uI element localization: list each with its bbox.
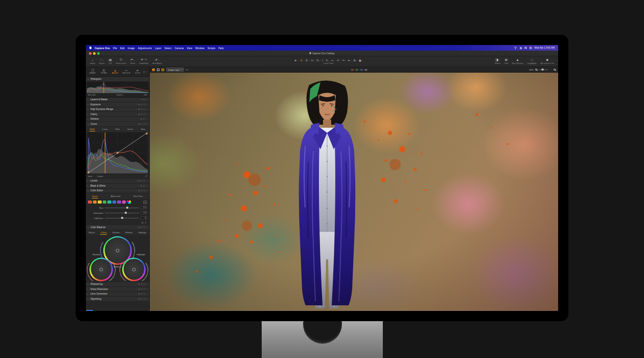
- reset-button[interactable]: ↶ ˅ Reset: [130, 58, 135, 64]
- pan-tool[interactable]: ✛˅: [300, 59, 304, 62]
- ce-tab-skin-tone[interactable]: Skin Tone: [133, 194, 143, 198]
- more-icon[interactable]: ⋯: [146, 189, 148, 192]
- swatch-aqua[interactable]: [107, 200, 111, 204]
- curve-tab-blue[interactable]: Blue: [141, 127, 146, 131]
- reset-icon[interactable]: ↶: [141, 283, 143, 285]
- presets-icon[interactable]: ≡: [144, 103, 145, 105]
- brush-icon[interactable]: ✎: [139, 293, 140, 295]
- tab-retouch[interactable]: ✏RETOUCH: [121, 69, 132, 75]
- pen-icon[interactable]: ∕: [137, 103, 137, 105]
- zoom-level[interactable]: 46%: [529, 69, 534, 71]
- curve-editor[interactable]: [87, 132, 148, 173]
- more-icon[interactable]: ⋯: [146, 103, 148, 106]
- cb-tab-master[interactable]: Master: [88, 231, 96, 234]
- brush-icon[interactable]: ✎: [139, 189, 140, 192]
- import-button[interactable]: ↓ Import: [90, 58, 95, 64]
- ce-tab-basic[interactable]: Basic: [92, 194, 98, 198]
- brush-icon[interactable]: ✎: [141, 185, 142, 187]
- siri-icon[interactable]: [530, 47, 532, 49]
- pen-icon[interactable]: ∕: [137, 108, 137, 110]
- swatch-green[interactable]: [103, 200, 107, 204]
- presets-icon[interactable]: ≡: [144, 226, 145, 228]
- magic-brush-tool[interactable]: ✏˅: [331, 59, 335, 62]
- panel-color-balance[interactable]: ⌄ Color Balance ✎ ↶ ≡ ⋯: [86, 225, 149, 230]
- presets-icon[interactable]: ≡: [144, 113, 145, 115]
- swatch-blue[interactable]: [112, 200, 117, 204]
- menu-layer[interactable]: Layer: [155, 47, 162, 50]
- more-icon[interactable]: ⋯: [146, 226, 148, 229]
- layer-empty-icon[interactable]: [157, 69, 159, 71]
- spot-removal-tool[interactable]: ◉˅: [359, 59, 362, 62]
- more-icon[interactable]: ⋯: [146, 293, 148, 295]
- presets-icon[interactable]: ≡: [144, 108, 145, 110]
- panel-levels[interactable]: › Levels ∕ ✎ ↶ ≡ ⋯: [86, 179, 149, 184]
- more-icon[interactable]: ⋯: [146, 283, 148, 285]
- swatch-red[interactable]: [88, 200, 92, 204]
- zoom-in-icon[interactable]: [554, 69, 556, 71]
- view-selected-icon[interactable]: ⊞: [142, 221, 144, 224]
- photo-canvas[interactable]: [150, 73, 558, 311]
- more-icon[interactable]: ⋯: [146, 180, 148, 182]
- hue-slider[interactable]: [105, 208, 139, 208]
- select-tool[interactable]: ➤˅: [294, 59, 298, 62]
- cull-button[interactable]: ▤ Cull: [109, 58, 112, 64]
- saturation-value[interactable]: 2.3: [141, 211, 147, 214]
- layer-select-dropdown[interactable]: Image Layer ⇅: [166, 68, 184, 72]
- more-icon[interactable]: ⋯: [146, 108, 148, 110]
- swatch-orange[interactable]: [93, 200, 97, 204]
- tab-style[interactable]: ✒STYLE: [132, 69, 143, 75]
- more-icon[interactable]: ⋯: [146, 288, 148, 290]
- menu-view[interactable]: View: [187, 47, 192, 50]
- shadow-color-wheel[interactable]: [89, 258, 113, 281]
- auto-adjust-button[interactable]: ✐ ˅ Auto Adjust: [153, 58, 162, 64]
- menu-select[interactable]: Select: [165, 47, 172, 50]
- draw-mask-tool[interactable]: ✎˅: [326, 59, 329, 62]
- clone-tool[interactable]: ⊘˅: [353, 59, 357, 62]
- presets-icon[interactable]: ≡: [144, 283, 145, 285]
- erase-mask-tool[interactable]: ✐˅: [337, 59, 340, 62]
- tab-menu-icon[interactable]: ⋮: [146, 71, 149, 73]
- more-icon[interactable]: ⋯: [146, 118, 148, 120]
- lightness-slider[interactable]: [105, 218, 139, 218]
- swatch-purple[interactable]: [117, 200, 121, 204]
- reset-icon[interactable]: ↶: [143, 185, 145, 187]
- swatch-yellow[interactable]: [98, 200, 102, 204]
- reset-icon[interactable]: ↶: [141, 189, 143, 192]
- panel-clarity[interactable]: › Clarity ✎ ↶ ≡ ⋯: [86, 112, 149, 117]
- brush-icon[interactable]: ✎: [141, 118, 142, 120]
- undo-redo-button[interactable]: ↶ ↷ Undo/Redo: [139, 58, 148, 64]
- reset-icon[interactable]: ↶: [141, 226, 143, 229]
- close-window-button[interactable]: [89, 52, 91, 55]
- brush-icon[interactable]: ✎: [139, 298, 140, 300]
- menubar-clock[interactable]: Wed Apr 1 9:41 AM: [535, 47, 555, 49]
- presets-icon[interactable]: ≡: [144, 298, 145, 300]
- reset-icon[interactable]: ↶: [141, 103, 143, 106]
- more-icon[interactable]: ⋯: [146, 98, 148, 101]
- heal-tool[interactable]: ✒˅: [348, 59, 351, 62]
- loupe-tool[interactable]: ⚲˅: [306, 59, 309, 62]
- panel-sharpening[interactable]: › Sharpening ✎ ↶ ≡ ⋯: [86, 282, 149, 287]
- tab-library[interactable]: ❐LIBRARY: [87, 69, 98, 75]
- pick-color-icon[interactable]: ✐: [145, 221, 147, 224]
- cb-tab-highlight[interactable]: Highlight: [138, 231, 147, 234]
- curve-tab-luma[interactable]: Luma: [102, 127, 108, 131]
- brush-icon[interactable]: ✎: [139, 180, 140, 182]
- menu-adjustments[interactable]: Adjustments: [138, 47, 152, 50]
- cb-tab-3way[interactable]: 3-Way: [100, 231, 107, 235]
- straighten-tool[interactable]: ∕˅: [322, 59, 324, 62]
- more-icon[interactable]: ⋯: [146, 298, 148, 300]
- eyedropper-icon[interactable]: ✐: [141, 98, 142, 101]
- more-icon[interactable]: ⋯: [146, 113, 148, 116]
- panel-black-white[interactable]: › Black & White ✎ ↶ ⋯: [86, 184, 149, 189]
- grid-button[interactable]: ⊞ Grid: [504, 58, 508, 64]
- tab-tether[interactable]: ✇TETHER: [98, 69, 109, 75]
- brush-icon[interactable]: ✎: [139, 283, 140, 285]
- presets-icon[interactable]: ≡: [144, 190, 145, 192]
- panel-layers-masks[interactable]: › Layers & Masks ✐ ✎ ⋯: [86, 98, 149, 103]
- brush-icon[interactable]: ✎: [143, 98, 145, 101]
- menu-image[interactable]: Image: [128, 47, 135, 50]
- curve-picker-icon[interactable]: ✐: [145, 175, 147, 177]
- minimize-window-button[interactable]: [93, 52, 96, 55]
- panel-noise-reduction[interactable]: › Noise Reduction ✎ ↶ ≡ ⋯: [86, 287, 149, 292]
- menu-scripts[interactable]: Scripts: [208, 47, 215, 50]
